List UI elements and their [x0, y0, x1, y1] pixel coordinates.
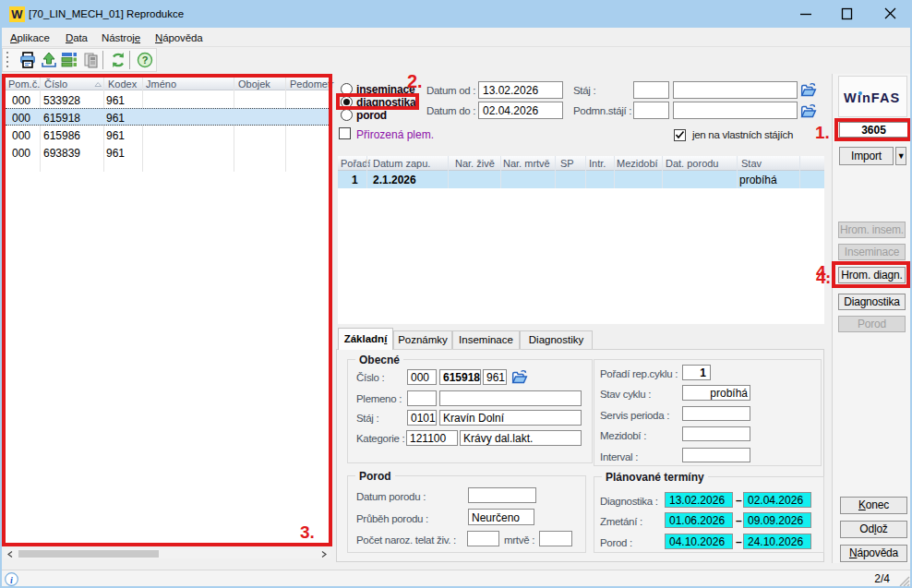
- svg-text:i: i: [10, 575, 13, 585]
- svg-text:?: ?: [142, 54, 149, 66]
